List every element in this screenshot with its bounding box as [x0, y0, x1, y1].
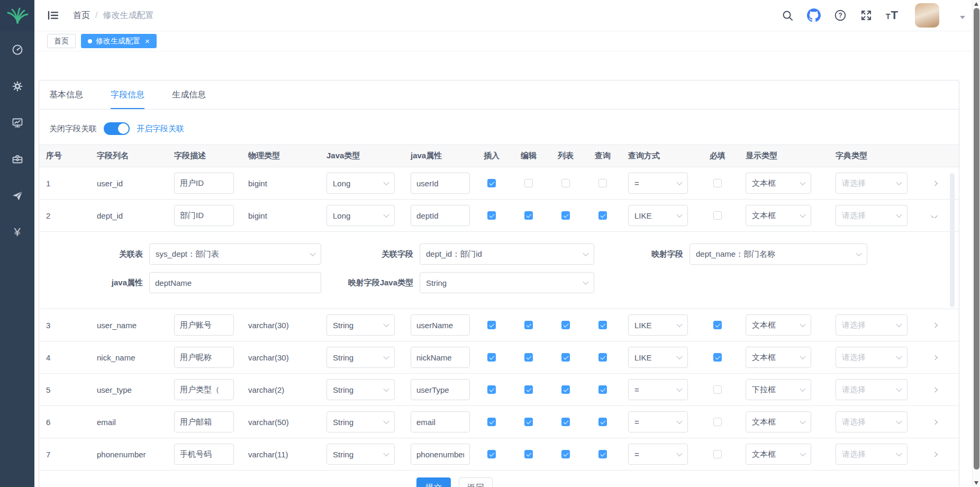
required-checkbox[interactable]: [713, 450, 722, 458]
tag-home[interactable]: 首页: [47, 34, 76, 48]
breadcrumb-home[interactable]: 首页: [73, 10, 90, 21]
caret-down-icon[interactable]: [960, 16, 965, 22]
user-avatar[interactable]: [915, 3, 939, 28]
edit-checkbox[interactable]: [524, 211, 533, 220]
expand-row-chevron-icon[interactable]: [931, 213, 938, 218]
mapping-java-attr-input[interactable]: [149, 272, 321, 293]
query-checkbox[interactable]: [598, 353, 607, 362]
field-desc-input[interactable]: [174, 173, 234, 194]
java-field-input[interactable]: [411, 444, 470, 465]
java-type-select[interactable]: String: [326, 379, 395, 400]
tag-edit-gen-config[interactable]: 修改生成配置 ×: [81, 34, 157, 48]
required-checkbox[interactable]: [713, 321, 722, 329]
java-field-input[interactable]: [411, 379, 470, 400]
dict-type-select[interactable]: 请选择: [836, 411, 908, 432]
close-tag-icon[interactable]: ×: [145, 37, 150, 45]
display-type-select[interactable]: 文本框: [746, 444, 811, 465]
expand-row-chevron-icon[interactable]: [931, 420, 938, 425]
list-checkbox[interactable]: [561, 385, 570, 394]
edit-checkbox[interactable]: [524, 321, 533, 329]
query-checkbox[interactable]: [598, 321, 607, 329]
display-type-select[interactable]: 文本框: [746, 411, 811, 432]
required-checkbox[interactable]: [713, 385, 722, 394]
required-checkbox[interactable]: [713, 418, 722, 426]
dict-type-select[interactable]: 请选择: [836, 205, 908, 226]
java-type-select[interactable]: String: [326, 444, 395, 465]
field-desc-input[interactable]: [174, 314, 234, 336]
scrollbar-thumb[interactable]: [974, 8, 979, 470]
scrollbar-down-icon[interactable]: [974, 481, 978, 485]
java-field-input[interactable]: [411, 205, 470, 226]
display-type-select[interactable]: 文本框: [746, 347, 811, 368]
field-desc-input[interactable]: [174, 205, 234, 226]
page-scrollbar[interactable]: [972, 0, 980, 487]
search-icon[interactable]: [782, 10, 794, 22]
expand-row-chevron-icon[interactable]: [931, 387, 938, 392]
expand-row-chevron-icon[interactable]: [931, 323, 938, 328]
list-checkbox[interactable]: [561, 179, 570, 187]
required-checkbox[interactable]: [713, 211, 722, 220]
menu-collapse-icon[interactable]: [47, 9, 59, 22]
insert-checkbox[interactable]: [487, 385, 496, 394]
field-desc-input[interactable]: [174, 379, 234, 400]
query-type-select[interactable]: =: [628, 379, 688, 400]
field-desc-input[interactable]: [174, 347, 234, 368]
relation-field-select[interactable]: dept_id：部门id: [420, 244, 594, 265]
insert-checkbox[interactable]: [487, 418, 496, 426]
insert-checkbox[interactable]: [487, 321, 496, 329]
list-checkbox[interactable]: [561, 321, 570, 329]
java-type-select[interactable]: Long: [326, 205, 395, 226]
tab-gen-info[interactable]: 生成信息: [172, 89, 206, 109]
query-checkbox[interactable]: [598, 179, 607, 187]
display-type-select[interactable]: 文本框: [746, 173, 811, 194]
sidebar-item-tools[interactable]: [0, 141, 34, 177]
expand-row-chevron-icon[interactable]: [931, 181, 938, 186]
insert-checkbox[interactable]: [487, 211, 496, 220]
list-checkbox[interactable]: [561, 211, 570, 220]
required-checkbox[interactable]: [713, 353, 722, 362]
app-logo[interactable]: [0, 0, 34, 31]
edit-checkbox[interactable]: [524, 450, 533, 458]
java-field-input[interactable]: [411, 314, 470, 336]
query-type-select[interactable]: =: [628, 444, 688, 465]
relation-toggle-switch[interactable]: [104, 122, 130, 135]
font-size-icon[interactable]: TT: [886, 10, 899, 21]
github-icon[interactable]: [807, 8, 821, 22]
tab-field-info[interactable]: 字段信息: [111, 89, 144, 109]
sidebar-item-pay[interactable]: ¥: [0, 214, 34, 250]
display-type-select[interactable]: 文本框: [746, 314, 811, 336]
submit-button[interactable]: 提交: [416, 477, 451, 487]
sidebar-item-send[interactable]: [0, 177, 34, 214]
mapping-java-type-select[interactable]: String: [420, 272, 594, 293]
query-checkbox[interactable]: [598, 211, 607, 220]
edit-checkbox[interactable]: [524, 418, 533, 426]
query-type-select[interactable]: =: [628, 173, 688, 194]
query-type-select[interactable]: LIKE: [628, 314, 688, 336]
insert-checkbox[interactable]: [487, 450, 496, 458]
display-type-select[interactable]: 下拉框: [746, 379, 811, 400]
query-type-select[interactable]: =: [628, 411, 688, 432]
mapping-field-select[interactable]: dept_name：部门名称: [689, 244, 867, 265]
java-field-input[interactable]: [411, 173, 470, 194]
field-desc-input[interactable]: [174, 444, 234, 465]
display-type-select[interactable]: 文本框: [746, 205, 811, 226]
dict-type-select[interactable]: 请选择: [836, 444, 908, 465]
java-type-select[interactable]: Long: [326, 173, 395, 194]
sidebar-item-system[interactable]: [0, 68, 34, 104]
edit-checkbox[interactable]: [524, 385, 533, 394]
scrollbar-up-icon[interactable]: [974, 2, 978, 6]
edit-checkbox[interactable]: [524, 353, 533, 362]
query-checkbox[interactable]: [598, 450, 607, 458]
sidebar-item-monitor[interactable]: [0, 104, 34, 141]
java-field-input[interactable]: [411, 347, 470, 368]
relation-table-select[interactable]: sys_dept：部门表: [149, 244, 321, 265]
tab-basic-info[interactable]: 基本信息: [49, 89, 83, 109]
field-desc-input[interactable]: [174, 411, 234, 432]
insert-checkbox[interactable]: [487, 179, 496, 187]
query-type-select[interactable]: LIKE: [628, 205, 688, 226]
sidebar-item-dashboard[interactable]: [0, 31, 34, 68]
back-button[interactable]: 返回: [459, 477, 493, 487]
table-inner-scrollbar-thumb[interactable]: [950, 173, 955, 307]
dict-type-select[interactable]: 请选择: [836, 314, 908, 336]
expand-row-chevron-icon[interactable]: [931, 355, 938, 360]
